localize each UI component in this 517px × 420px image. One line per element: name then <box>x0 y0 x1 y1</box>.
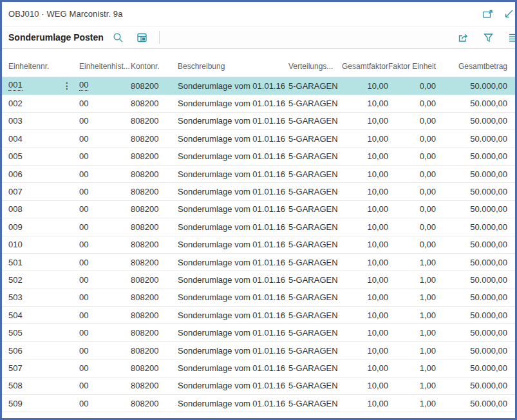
row-options-icon[interactable]: ⋮ <box>62 81 71 90</box>
cell-einheitennr[interactable]: 007 <box>8 187 79 196</box>
cell-einheitennr[interactable]: 505 <box>8 328 79 338</box>
table-row[interactable]: 50700808200Sonderumlage vom 01.01.165-GA… <box>2 359 515 377</box>
cell-einheitenhist[interactable]: 00 <box>79 204 131 214</box>
cell-faktor_einheit[interactable]: 1,00 <box>388 275 436 285</box>
cell-gesamtbetrag[interactable]: 50.000,00 <box>436 222 507 232</box>
cell-verteilung[interactable]: 5-GARAGEN <box>288 363 342 373</box>
cell-kontonr[interactable]: 808200 <box>131 399 178 408</box>
cell-faktor_einheit[interactable]: 0,00 <box>388 99 436 108</box>
cell-kontonr[interactable]: 808200 <box>131 187 178 196</box>
column-header-einheitenhist[interactable]: Einheitenhist... <box>79 62 131 77</box>
cell-kontonr[interactable]: 808200 <box>131 169 178 179</box>
cell-gesamtbetrag[interactable]: 50.000,00 <box>436 381 507 390</box>
table-row[interactable]: 00800808200Sonderumlage vom 01.01.165-GA… <box>2 201 515 218</box>
cell-einheitenhist[interactable]: 00 <box>79 151 131 161</box>
cell-einheitenhist[interactable]: 00 <box>79 134 131 144</box>
column-header-einheitennr[interactable]: Einheitennr. <box>8 62 79 77</box>
table-row[interactable]: 00400808200Sonderumlage vom 01.01.165-GA… <box>2 130 515 148</box>
cell-beschreibung[interactable]: Sonderumlage vom 01.01.16 <box>178 363 288 373</box>
cell-einheitennr[interactable]: 503 <box>8 292 79 302</box>
cell-beschreibung[interactable]: Sonderumlage vom 01.01.16 <box>178 81 288 91</box>
cell-einheitenhist[interactable]: 00 <box>79 346 131 356</box>
cell-faktor_einheit[interactable]: 0,00 <box>388 204 436 214</box>
cell-gesamtfaktor[interactable]: 10,00 <box>342 134 388 144</box>
open-in-new-window-icon[interactable] <box>482 8 494 20</box>
cell-kontonr[interactable]: 808200 <box>131 310 178 320</box>
cell-verteilung[interactable]: 5-GARAGEN <box>288 328 342 338</box>
cell-gesamtbetrag[interactable]: 50.000,00 <box>436 151 507 161</box>
table-row[interactable]: 00300808200Sonderumlage vom 01.01.165-GA… <box>2 113 515 130</box>
table-row[interactable]: 00200808200Sonderumlage vom 01.01.165-GA… <box>2 95 515 112</box>
cell-verteilung[interactable]: 5-GARAGEN <box>288 381 342 390</box>
cell-gesamtbetrag[interactable]: 50.000,00 <box>436 258 507 267</box>
cell-kontonr[interactable]: 808200 <box>131 363 178 373</box>
cell-gesamtbetrag[interactable]: 50.000,00 <box>436 240 507 249</box>
cell-verteilung[interactable]: 5-GARAGEN <box>288 204 342 214</box>
cell-einheitennr[interactable]: 010 <box>8 240 79 249</box>
cell-faktor_einheit[interactable]: 1,00 <box>388 258 436 267</box>
cell-einheitennr[interactable]: 003 <box>8 116 79 126</box>
share-icon[interactable] <box>458 32 469 43</box>
cell-verteilung[interactable]: 5-GARAGEN <box>288 275 342 285</box>
cell-faktor_einheit[interactable]: 0,00 <box>388 169 436 179</box>
table-row[interactable]: 50200808200Sonderumlage vom 01.01.165-GA… <box>2 271 515 289</box>
cell-einheitennr[interactable]: 506 <box>8 346 79 356</box>
cell-einheitennr[interactable]: 002 <box>8 99 79 108</box>
cell-verteilung[interactable]: 5-GARAGEN <box>288 258 342 267</box>
cell-gesamtbetrag[interactable]: 50.000,00 <box>436 81 507 91</box>
cell-einheitennr[interactable]: 001⋮ <box>8 81 79 91</box>
cell-verteilung[interactable]: 5-GARAGEN <box>288 310 342 320</box>
cell-kontonr[interactable]: 808200 <box>131 116 178 126</box>
cell-verteilung[interactable]: 5-GARAGEN <box>288 240 342 249</box>
column-header-gesamtfaktor[interactable]: Gesamtfaktor <box>342 62 388 77</box>
cell-faktor_einheit[interactable]: 1,00 <box>388 292 436 302</box>
cell-verteilung[interactable]: 5-GARAGEN <box>288 116 342 126</box>
table-row[interactable]: 00600808200Sonderumlage vom 01.01.165-GA… <box>2 166 515 183</box>
cell-beschreibung[interactable]: Sonderumlage vom 01.01.16 <box>178 275 288 285</box>
cell-verteilung[interactable]: 5-GARAGEN <box>288 81 342 91</box>
cell-beschreibung[interactable]: Sonderumlage vom 01.01.16 <box>178 151 288 161</box>
resize-diagonal-icon[interactable] <box>503 8 514 20</box>
cell-faktor_einheit[interactable]: 1,00 <box>388 310 436 320</box>
list-icon[interactable] <box>508 32 515 43</box>
cell-gesamtfaktor[interactable]: 10,00 <box>342 346 388 356</box>
cell-verteilung[interactable]: 5-GARAGEN <box>288 169 342 179</box>
cell-verteilung[interactable]: 5-GARAGEN <box>288 399 342 408</box>
cell-beschreibung[interactable]: Sonderumlage vom 01.01.16 <box>178 258 288 267</box>
cell-gesamtfaktor[interactable]: 10,00 <box>342 240 388 249</box>
cell-gesamtfaktor[interactable]: 10,00 <box>342 99 388 108</box>
cell-gesamtbetrag[interactable]: 50.000,00 <box>436 399 507 408</box>
cell-gesamtbetrag[interactable]: 50.000,00 <box>436 292 507 302</box>
cell-gesamtbetrag[interactable]: 50.000,00 <box>436 328 507 338</box>
cell-kontonr[interactable]: 808200 <box>131 151 178 161</box>
cell-einheitenhist[interactable]: 00 <box>79 381 131 390</box>
cell-beschreibung[interactable]: Sonderumlage vom 01.01.16 <box>178 134 288 144</box>
cell-verteilung[interactable]: 5-GARAGEN <box>288 99 342 108</box>
cell-gesamtfaktor[interactable]: 10,00 <box>342 381 388 390</box>
cell-einheitenhist[interactable]: 00 <box>79 328 131 338</box>
cell-kontonr[interactable]: 808200 <box>131 292 178 302</box>
cell-gesamtfaktor[interactable]: 10,00 <box>342 151 388 161</box>
cell-einheitenhist[interactable]: 00 <box>79 399 131 408</box>
cell-beschreibung[interactable]: Sonderumlage vom 01.01.16 <box>178 204 288 214</box>
cell-gesamtfaktor[interactable]: 10,00 <box>342 81 388 91</box>
cell-einheitenhist[interactable]: 00 <box>79 187 131 196</box>
cell-faktor_einheit[interactable]: 0,00 <box>388 222 436 232</box>
cell-einheitennr[interactable]: 004 <box>8 134 79 144</box>
cell-einheitenhist[interactable]: 00 <box>79 240 131 249</box>
search-icon[interactable] <box>113 32 124 43</box>
cell-faktor_einheit[interactable]: 1,00 <box>388 381 436 390</box>
table-row[interactable]: 50900808200Sonderumlage vom 01.01.165-GA… <box>2 395 515 412</box>
filter-icon[interactable] <box>483 32 494 43</box>
cell-gesamtbetrag[interactable]: 50.000,00 <box>436 134 507 144</box>
cell-faktor_einheit[interactable]: 1,00 <box>388 346 436 356</box>
cell-beschreibung[interactable]: Sonderumlage vom 01.01.16 <box>178 292 288 302</box>
cell-einheitenhist[interactable]: 00 <box>79 310 131 320</box>
cell-gesamtbetrag[interactable]: 50.000,00 <box>436 275 507 285</box>
cell-kontonr[interactable]: 808200 <box>131 328 178 338</box>
cell-gesamtbetrag[interactable]: 50.000,00 <box>436 346 507 356</box>
table-row[interactable]: 50800808200Sonderumlage vom 01.01.165-GA… <box>2 377 515 395</box>
cell-einheitenhist[interactable]: 00 <box>79 258 131 267</box>
cell-einheitenhist[interactable]: 00 <box>79 169 131 179</box>
cell-beschreibung[interactable]: Sonderumlage vom 01.01.16 <box>178 328 288 338</box>
